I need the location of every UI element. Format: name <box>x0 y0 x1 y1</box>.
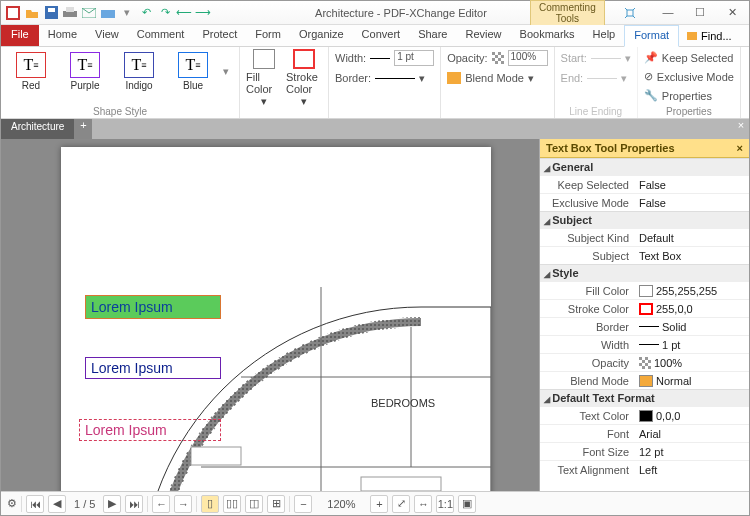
blend-mode-button[interactable]: Blend Mode▾ <box>447 69 547 87</box>
tab-file[interactable]: File <box>1 25 39 46</box>
prop-font[interactable]: Arial <box>635 428 749 440</box>
search-button[interactable]: Search... <box>741 28 750 44</box>
border-dropdown-icon[interactable]: ▾ <box>419 72 425 85</box>
tab-share[interactable]: Share <box>409 25 456 46</box>
minimize-button[interactable]: — <box>655 6 681 20</box>
tab-comment[interactable]: Comment <box>128 25 194 46</box>
tab-organize[interactable]: Organize <box>290 25 353 46</box>
quick-access-toolbar: ▾ ↶ ↷ ⟵ ⟶ <box>5 5 211 21</box>
doc-tab-architecture[interactable]: Architecture <box>1 119 74 139</box>
tab-format[interactable]: Format <box>624 25 679 47</box>
doc-tabs-close-icon[interactable]: × <box>733 119 749 139</box>
scan-icon[interactable] <box>100 5 116 21</box>
width-combo[interactable]: 1 pt <box>394 50 434 66</box>
textbox-dashed[interactable]: Lorem Ipsum <box>79 419 221 441</box>
start-label: Start: <box>561 52 587 64</box>
properties-panel: Text Box Tool Properties× General Keep S… <box>539 139 749 491</box>
tab-convert[interactable]: Convert <box>353 25 410 46</box>
actual-size-icon[interactable]: 1:1 <box>436 495 454 513</box>
tab-review[interactable]: Review <box>456 25 510 46</box>
layout-two-cont-icon[interactable]: ⊞ <box>267 495 285 513</box>
preset-purple[interactable]: T≡Purple <box>61 49 109 94</box>
section-default-text[interactable]: Default Text Format <box>540 389 749 406</box>
preset-more-icon[interactable]: ▾ <box>223 65 233 78</box>
prop-subject-kind[interactable]: Default <box>635 232 749 244</box>
tab-help[interactable]: Help <box>584 25 625 46</box>
next-page-icon[interactable]: ▶ <box>103 495 121 513</box>
prop-blend[interactable]: Normal <box>635 375 749 387</box>
preset-blue[interactable]: T≡Blue <box>169 49 217 94</box>
nav-back-icon[interactable]: ⟵ <box>176 5 192 21</box>
preset-indigo[interactable]: T≡Indigo <box>115 49 163 94</box>
prop-opacity[interactable]: 100% <box>635 357 749 369</box>
prop-subject[interactable]: Text Box <box>635 250 749 262</box>
section-subject[interactable]: Subject <box>540 211 749 228</box>
ribbon: T≡Red T≡Purple T≡Indigo T≡Blue ▾ Shape S… <box>1 47 749 119</box>
layout-two-icon[interactable]: ◫ <box>245 495 263 513</box>
preset-red[interactable]: T≡Red <box>7 49 55 94</box>
print-icon[interactable] <box>62 5 78 21</box>
section-general[interactable]: General <box>540 158 749 175</box>
first-page-icon[interactable]: ⏮ <box>26 495 44 513</box>
context-tab-commenting[interactable]: Commenting Tools <box>530 0 605 26</box>
fit-visible-icon[interactable]: ▣ <box>458 495 476 513</box>
group-line-ending: Start:▾ End:▾ Line Ending <box>555 47 638 118</box>
prop-width[interactable]: 1 pt <box>635 339 749 351</box>
prop-font-size[interactable]: 12 pt <box>635 446 749 458</box>
svg-rect-1 <box>8 8 18 18</box>
fit-page-icon[interactable]: ⤢ <box>392 495 410 513</box>
border-label: Border: <box>335 72 371 84</box>
prop-fill-color[interactable]: 255,255,255 <box>635 285 749 297</box>
textbox-purple[interactable]: Lorem Ipsum <box>85 357 221 379</box>
keep-selected-button[interactable]: 📌Keep Selected <box>644 49 734 66</box>
tab-bookmarks[interactable]: Bookmarks <box>511 25 584 46</box>
prop-border[interactable]: Solid <box>635 321 749 333</box>
prop-text-color[interactable]: 0,0,0 <box>635 410 749 422</box>
svg-rect-11 <box>627 10 633 16</box>
close-button[interactable]: ✕ <box>719 6 745 20</box>
section-style[interactable]: Style <box>540 264 749 281</box>
prop-keep-selected[interactable]: False <box>635 179 749 191</box>
layout-single-icon[interactable]: ▯ <box>201 495 219 513</box>
document-canvas[interactable]: BEDROOMS LIVING ROOM Lorem Ipsum Lorem I… <box>1 139 539 491</box>
last-page-icon[interactable]: ⏭ <box>125 495 143 513</box>
prop-align[interactable]: Left <box>635 464 749 476</box>
textbox-green[interactable]: Lorem Ipsum <box>85 295 221 319</box>
prop-exclusive[interactable]: False <box>635 197 749 209</box>
mail-icon[interactable] <box>81 5 97 21</box>
options-icon[interactable]: ⚙ <box>7 497 17 510</box>
layout-continuous-icon[interactable]: ▯▯ <box>223 495 241 513</box>
nav-back-icon-sb[interactable]: ← <box>152 495 170 513</box>
undo-icon[interactable]: ↶ <box>138 5 154 21</box>
nav-fwd-icon[interactable]: ⟶ <box>195 5 211 21</box>
zoom-in-icon[interactable]: + <box>370 495 388 513</box>
page-indicator[interactable]: 1 / 5 <box>70 498 99 510</box>
save-icon[interactable] <box>43 5 59 21</box>
fill-color-button[interactable]: Fill Color▾ <box>246 49 282 108</box>
bedrooms-label: BEDROOMS <box>371 397 435 409</box>
ui-options-icon[interactable] <box>623 6 649 20</box>
tab-form[interactable]: Form <box>246 25 290 46</box>
exclusive-mode-button[interactable]: ⊘Exclusive Mode <box>644 68 734 85</box>
stroke-color-button[interactable]: Stroke Color▾ <box>286 49 322 108</box>
fit-width-icon[interactable]: ↔ <box>414 495 432 513</box>
properties-close-icon[interactable]: × <box>737 142 743 154</box>
maximize-button[interactable]: ☐ <box>687 6 713 20</box>
tab-home[interactable]: Home <box>39 25 86 46</box>
qat-dropdown-icon[interactable]: ▾ <box>119 5 135 21</box>
prev-page-icon[interactable]: ◀ <box>48 495 66 513</box>
tab-view[interactable]: View <box>86 25 128 46</box>
prop-stroke-color[interactable]: 255,0,0 <box>635 303 749 315</box>
find-button[interactable]: Find... <box>679 28 739 44</box>
properties-button[interactable]: 🔧Properties <box>644 87 734 104</box>
zoom-out-icon[interactable]: − <box>294 495 312 513</box>
nav-fwd-icon-sb[interactable]: → <box>174 495 192 513</box>
doc-tab-add[interactable]: + <box>74 119 92 139</box>
tab-protect[interactable]: Protect <box>193 25 246 46</box>
redo-icon[interactable]: ↷ <box>157 5 173 21</box>
properties-title: Text Box Tool Properties <box>546 142 675 154</box>
opacity-combo[interactable]: 100% <box>508 50 548 66</box>
open-icon[interactable] <box>24 5 40 21</box>
zoom-combo[interactable]: 120% <box>316 498 366 510</box>
svg-rect-18 <box>361 477 441 491</box>
